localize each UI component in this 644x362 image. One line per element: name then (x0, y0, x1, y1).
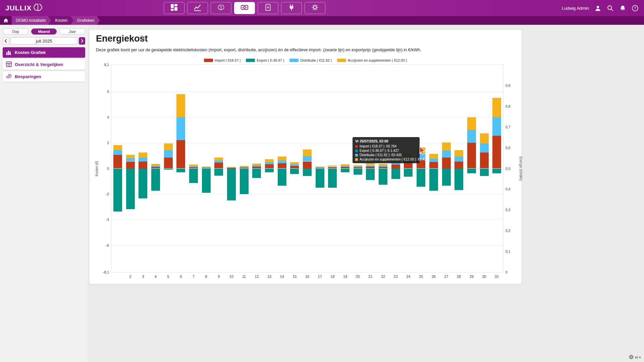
bar-segment[interactable] (265, 164, 274, 168)
bar-segment[interactable] (227, 168, 236, 168)
bar-segment[interactable] (316, 167, 324, 168)
bar-segment[interactable] (467, 169, 476, 174)
bar-segment[interactable] (454, 169, 463, 190)
bar-segment[interactable] (417, 169, 425, 187)
bar-segment[interactable] (164, 158, 173, 169)
bar-segment[interactable] (252, 164, 261, 165)
bar-segment[interactable] (278, 161, 286, 163)
bar-segment[interactable] (492, 117, 501, 136)
bar-segment[interactable] (252, 169, 261, 178)
bar-segment[interactable] (429, 162, 438, 168)
bar-segment[interactable] (480, 169, 489, 176)
bar-segment[interactable] (227, 169, 236, 200)
bar-segment[interactable] (113, 145, 122, 150)
bar-segment[interactable] (492, 98, 501, 117)
bar-segment[interactable] (328, 167, 337, 168)
bar-segment[interactable] (303, 149, 312, 156)
user-name[interactable]: Ludwig Admin (562, 6, 589, 11)
bar-segment[interactable] (316, 169, 324, 188)
bar-segment[interactable] (265, 169, 274, 173)
bar-segment[interactable] (126, 155, 135, 158)
bar-segment[interactable] (265, 162, 274, 164)
bar-segment[interactable] (202, 167, 211, 167)
nav-costs-button[interactable] (234, 2, 255, 14)
bar-segment[interactable] (113, 169, 122, 212)
legend-item[interactable]: Import ( €18.37 ) (204, 58, 241, 62)
bar-segment[interactable] (214, 158, 223, 161)
help-icon[interactable]: ? (632, 5, 639, 12)
legend-item[interactable]: Accijnzen en supplementen ( €12.00 ) (337, 58, 407, 62)
bar-segment[interactable] (328, 166, 337, 167)
bar-segment[interactable] (354, 165, 362, 166)
bar-segment[interactable] (429, 154, 438, 159)
bar-segment[interactable] (164, 143, 173, 150)
nav-plug-button[interactable] (281, 2, 302, 14)
bar-segment[interactable] (139, 153, 147, 158)
bar-segment[interactable] (454, 157, 463, 162)
bar-segment[interactable] (151, 164, 160, 166)
nav-settings-button[interactable] (305, 2, 325, 14)
bar-segment[interactable] (176, 117, 185, 140)
prev-period-button[interactable] (3, 37, 9, 45)
bar-segment[interactable] (164, 150, 173, 158)
bar-segment[interactable] (379, 166, 387, 167)
bar-segment[interactable] (139, 169, 147, 198)
bar-segment[interactable] (492, 169, 501, 174)
bar-segment[interactable] (480, 133, 489, 143)
bar-segment[interactable] (454, 162, 463, 169)
bar-segment[interactable] (379, 164, 387, 166)
breadcrumb-item-graphs[interactable]: Grafieken (70, 16, 100, 25)
sidebar-item-kosten-grafiek[interactable]: Kosten Grafiek (3, 47, 85, 58)
bar-segment[interactable] (290, 164, 299, 166)
bar-segment[interactable] (126, 162, 135, 169)
bar-segment[interactable] (202, 169, 211, 193)
bar-segment[interactable] (214, 163, 223, 168)
bar-segment[interactable] (467, 143, 476, 168)
bar-segment[interactable] (379, 169, 387, 185)
bar-segment[interactable] (467, 130, 476, 143)
tab-year[interactable]: Jaar (59, 28, 85, 35)
bar-segment[interactable] (341, 166, 350, 167)
bar-segment[interactable] (189, 165, 198, 166)
bar-segment[interactable] (328, 169, 337, 188)
bar-segment[interactable] (113, 150, 122, 155)
legend-item[interactable]: Export ( €-36.97 ) (246, 58, 284, 62)
bar-segment[interactable] (278, 169, 286, 186)
bar-segment[interactable] (442, 169, 451, 186)
bar-segment[interactable] (454, 150, 463, 157)
title-help-icon[interactable]: ? (140, 35, 145, 40)
app-logo[interactable]: JULLIX (5, 0, 43, 16)
bar-segment[interactable] (303, 156, 312, 161)
breadcrumb-item-costs[interactable]: Kosten (48, 16, 73, 25)
bar-segment[interactable] (113, 155, 122, 168)
bar-segment[interactable] (265, 159, 274, 163)
breadcrumb-item-installation[interactable]: DEMO installatie (12, 16, 51, 25)
bar-segment[interactable] (189, 166, 198, 167)
bar-segment[interactable] (139, 158, 147, 162)
bar-segment[interactable] (176, 94, 185, 117)
bar-segment[interactable] (429, 159, 438, 162)
bar-segment[interactable] (290, 162, 299, 165)
bar-segment[interactable] (176, 169, 185, 172)
tab-day[interactable]: Dag (3, 28, 29, 35)
bar-segment[interactable] (126, 158, 135, 162)
nav-ai-button[interactable] (211, 2, 231, 14)
bar-segment[interactable] (429, 169, 438, 191)
bar-segment[interactable] (341, 164, 350, 166)
bar-segment[interactable] (480, 143, 489, 153)
bar-segment[interactable] (492, 136, 501, 168)
bar-segment[interactable] (303, 162, 312, 169)
bar-segment[interactable] (278, 163, 286, 168)
nav-dashboard-button[interactable] (164, 2, 184, 14)
bar-segment[interactable] (442, 142, 451, 150)
user-icon[interactable] (594, 5, 601, 12)
bar-segment[interactable] (151, 169, 160, 191)
bar-segment[interactable] (214, 161, 223, 163)
tab-month[interactable]: Maand (31, 28, 57, 35)
legend-item[interactable]: Distributie ( €11.92 ) (289, 58, 332, 62)
bar-segment[interactable] (252, 165, 261, 167)
bar-segment[interactable] (391, 165, 400, 169)
bar-segment[interactable] (290, 166, 299, 169)
search-icon[interactable] (607, 5, 614, 12)
home-icon[interactable] (0, 18, 12, 23)
